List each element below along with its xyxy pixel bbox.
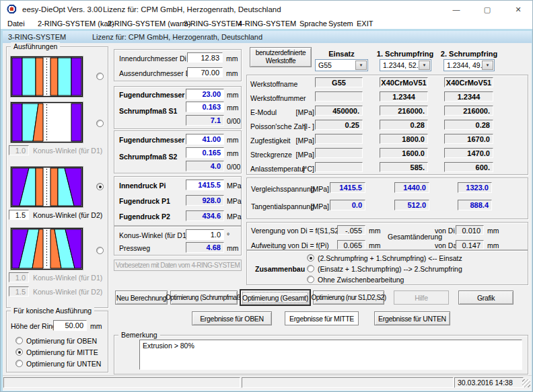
von-da-unit: mm: [487, 241, 499, 249]
d2-field[interactable]: 41.00: [186, 134, 224, 145]
p2-unit: MPa: [227, 212, 242, 221]
werkstoffnummer-ring1: 1.2344: [380, 91, 428, 102]
aufweitung-unit: mm: [369, 241, 381, 249]
benutzerdefinierte-werkstoffe-button[interactable]: benutzerdefinierte Werkstoffe: [250, 47, 312, 67]
konus-d2-variant3-field[interactable]: 1.5: [9, 210, 29, 220]
schrumpfring2-header: 2. Schrumpfring: [439, 50, 499, 58]
emodul-einsatz: 450000.: [315, 106, 363, 116]
di-field[interactable]: 12.83: [187, 52, 223, 63]
p1-unit: MPa: [227, 197, 242, 205]
optimierung-gesamt-button[interactable]: Optimierung (Gesamt): [240, 290, 310, 305]
ergebnisse-mitte-button[interactable]: Ergebnisse für MITTE: [285, 311, 359, 325]
konus-d1-variant2-label: Konus-Winkel (für D1): [33, 147, 102, 155]
d1-field[interactable]: 23.00: [186, 89, 224, 100]
app-icon: [7, 4, 17, 14]
neu-berechnung-button[interactable]: Neu Berechnung: [115, 290, 168, 305]
bemerkung-group-title: Bemerkung: [118, 331, 160, 339]
zusammenbau-option2-label: (Einsatz + 1.Schrumpfring) --> 2.Schrump…: [318, 265, 462, 273]
einsatz-dropdown[interactable]: G55 ▼: [315, 59, 368, 71]
close-button[interactable]: ✕: [503, 1, 533, 18]
pi-field[interactable]: 1415.5: [186, 180, 224, 190]
ring-diagram-conical-d1: [10, 102, 83, 143]
pi-label: Innendruck Pi: [119, 182, 166, 190]
verengung-label: Verengung von Di = f(S1,S2): [251, 227, 341, 235]
ergebnisse-oben-button[interactable]: Ergebnisse für OBEN: [192, 311, 272, 325]
optimierung-s1d2s2-button[interactable]: Optimierung (nur S1,D2,S2): [313, 290, 384, 305]
zugfestigkeit-ring2: 1670.0: [444, 134, 493, 144]
emodul-unit: [MPa]: [287, 108, 314, 116]
s2-mm-field[interactable]: 0.165: [186, 147, 224, 158]
da-label: Aussendurchmesser Da: [119, 69, 194, 77]
zugfestigkeit-ring1: 1800.0: [380, 134, 428, 144]
menu-3ring[interactable]: 3-RING-SYSTEM: [184, 19, 242, 28]
bemerkung-textarea[interactable]: Extrusion > 80%: [139, 340, 522, 370]
emodul-label: E-Modul: [250, 108, 277, 116]
maximize-button[interactable]: ▢: [472, 1, 503, 18]
menu-exit[interactable]: EXIT: [357, 19, 373, 28]
zusammenbau-option1-radio[interactable]: [307, 254, 314, 262]
ergebnisse-unten-button[interactable]: Ergebnisse für UNTEN: [374, 311, 450, 325]
hoehe-der-ringe-field[interactable]: 50.00: [53, 320, 87, 331]
optimierung-schrumpfmass-button[interactable]: Optimierung (Schrumpfmaß): [170, 290, 238, 305]
status-bar: 30.03.2016 14:38: [3, 375, 532, 390]
opt-unten-radio[interactable]: [15, 360, 23, 367]
s1-mm-field[interactable]: 0.163: [186, 102, 224, 112]
s2-label: Schrumpfmaß S2: [119, 153, 177, 161]
tangentialspannung-einsatz: 0.0: [330, 200, 365, 210]
emodul-ring2: 216000.: [444, 106, 493, 116]
von-da-label: von Da: [435, 241, 457, 249]
d1-unit: mm: [227, 91, 239, 99]
menu-bar: Datei 2-RING-SYSTEM (kalt) 2-RING-SYSTEM…: [1, 18, 532, 29]
chevron-down-icon[interactable]: ▼: [355, 61, 367, 70]
schrumpfring2-dropdown[interactable]: 1.2344, 49.9 ▼: [443, 59, 495, 71]
ring-diagram-straight: [10, 56, 83, 97]
streckgrenze-ring1: 1600.0: [380, 148, 428, 158]
chevron-down-icon[interactable]: ▼: [482, 61, 493, 70]
werkstoffnummer-label: Werkstoffnummer: [250, 94, 306, 102]
anlasstemperatur-einsatz: [315, 162, 363, 172]
vergleichsspannung-einsatz: 1415.5: [330, 182, 365, 193]
zusammenbau-option3-radio[interactable]: [307, 276, 314, 283]
menu-datei[interactable]: Datei: [7, 19, 25, 28]
variant-4-radio[interactable]: [96, 247, 104, 254]
variant-3-radio[interactable]: [96, 183, 104, 190]
gesamtaenderung-label: Gesamtänderung: [388, 233, 442, 241]
werkstoffname-einsatz: G55: [315, 77, 363, 87]
werkstoffnummer-einsatz: [315, 91, 363, 102]
zusammenbau-option2-radio[interactable]: [307, 265, 314, 272]
variant-2-radio[interactable]: [96, 120, 104, 127]
d2-unit: mm: [227, 136, 239, 144]
minimize-button[interactable]: —: [441, 1, 472, 18]
menu-sprache[interactable]: Sprache: [299, 19, 327, 28]
chevron-down-icon[interactable]: ▼: [419, 61, 430, 70]
s1-mm-unit: mm: [227, 104, 239, 112]
von-di-field: 0.010: [456, 225, 484, 235]
menu-2ring-kalt[interactable]: 2-RING-SYSTEM (kalt): [38, 19, 114, 28]
resize-grip[interactable]: [522, 379, 530, 387]
d1-label: Fugendurchmesser D1: [119, 91, 196, 99]
inner-title-bar: 3-RING-SYSTEM Lizenz für: CPM GmbH, Herz…: [3, 31, 532, 44]
grafik-button[interactable]: Grafik: [458, 290, 513, 305]
title-bar: eesy-DieOpt Vers. 3.00 Lizenz für: CPM G…: [1, 1, 532, 18]
opt-oben-radio[interactable]: [15, 337, 23, 344]
schrumpfring2-dropdown-value: 1.2344, 49.9: [447, 61, 486, 69]
d2-label: Fugendurchmesser D2: [119, 136, 196, 144]
hilfe-button: Hilfe: [394, 290, 449, 305]
von-da-field: 0.147: [456, 240, 484, 249]
opt-mitte-radio[interactable]: [15, 348, 23, 356]
einsatz-dropdown-value: G55: [318, 61, 332, 69]
p1-field: 928.0: [186, 195, 224, 206]
menu-4ring[interactable]: 4-RING-SYSTEM: [238, 19, 296, 28]
schrumpfring1-dropdown[interactable]: 1.2344, 52.1 ▼: [380, 59, 431, 71]
tangentialspannung-ring1: 512.0: [394, 200, 429, 210]
window-title: eesy-DieOpt Vers. 3.00: [22, 5, 102, 13]
menu-2ring-warm[interactable]: 2-RING-SYSTEM (warm): [108, 19, 190, 28]
variant-1-radio[interactable]: [96, 73, 104, 80]
da-field[interactable]: 70.00: [187, 67, 223, 77]
konus-d1-variant4-label: Konus-Winkel (für D1): [33, 274, 102, 282]
opt-oben-label: Optimierung für OBEN: [26, 337, 97, 345]
benutzerdefinierte-line2: Werkstoffe: [266, 57, 295, 65]
app-window: eesy-DieOpt Vers. 3.00 Lizenz für: CPM G…: [0, 0, 533, 392]
konus-winkel-field[interactable]: 1.0: [186, 229, 224, 240]
ring-diagram-conical-d1-d2: [10, 227, 83, 270]
